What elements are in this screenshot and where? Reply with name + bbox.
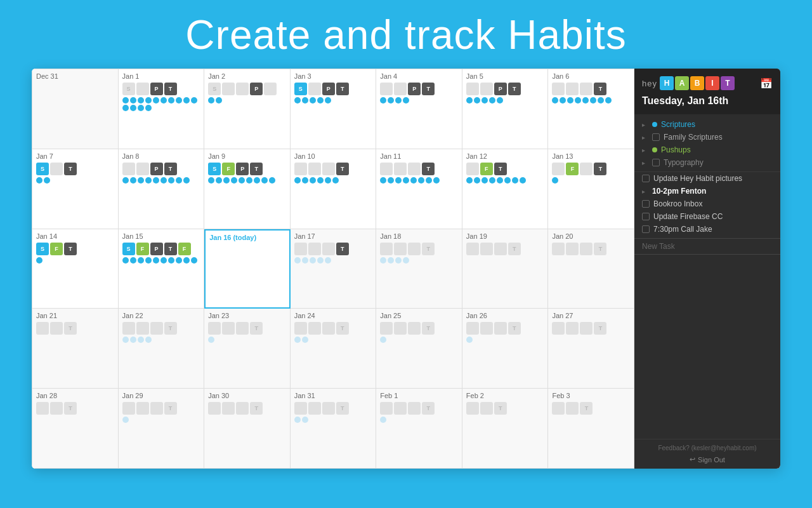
- cal-cell[interactable]: Feb 2T: [462, 389, 549, 469]
- cal-cell[interactable]: Feb 3T: [548, 389, 634, 469]
- cal-cell[interactable]: Feb 1T: [376, 389, 462, 469]
- habit-badge: [122, 402, 135, 415]
- habit-dot: [216, 97, 222, 104]
- habit-dot: [176, 177, 182, 184]
- habit-badge: [466, 83, 479, 95]
- habit-badge: [494, 243, 507, 255]
- task-bookroo[interactable]: Bookroo Inbox: [634, 197, 780, 210]
- sign-out-button[interactable]: ↩ Sign Out: [642, 455, 773, 464]
- calendar-icon[interactable]: 📅: [760, 77, 773, 90]
- cal-cell[interactable]: Jan 13FT: [548, 149, 634, 229]
- cal-date-label: Jan 16 (today): [209, 234, 285, 241]
- habit-dot: [380, 257, 386, 264]
- cal-cell[interactable]: Jan 1SPT: [119, 69, 205, 149]
- feedback-text: Feedback? (kesler@heyhabit.com): [642, 444, 773, 451]
- habit-badge: [136, 402, 149, 415]
- habit-badges: T: [380, 243, 458, 255]
- task-checkbox-2[interactable]: [642, 200, 650, 208]
- cal-cell[interactable]: Jan 21T: [32, 309, 119, 389]
- habit-badges: SP: [208, 83, 286, 95]
- cal-date-label: Jan 29: [122, 392, 200, 399]
- sidebar-header: hey H A B I T 📅 Tuesday, Jan 16th: [634, 69, 780, 114]
- cal-cell[interactable]: Jan 17T: [291, 229, 377, 309]
- habit-badge: [308, 402, 321, 415]
- cal-cell[interactable]: Jan 22T: [119, 309, 205, 389]
- task-fenton[interactable]: ▸ 10-2pm Fenton: [634, 185, 780, 197]
- habit-dot: [325, 97, 331, 104]
- habit-checkbox-family[interactable]: [652, 133, 660, 141]
- habit-dot: [261, 177, 268, 184]
- habit-badge: [566, 322, 579, 335]
- habit-dot: [153, 97, 159, 104]
- cal-cell[interactable]: Jan 20T: [548, 229, 634, 309]
- habit-badge: P: [236, 163, 249, 175]
- cal-cell[interactable]: Jan 9SFPT: [204, 149, 291, 229]
- cal-cell[interactable]: Jan 15SFPTF: [119, 229, 205, 309]
- cal-cell[interactable]: Jan 11T: [376, 149, 462, 229]
- habit-badges: FT: [552, 163, 630, 175]
- habit-badge: T: [164, 83, 177, 95]
- task-checkbox-3[interactable]: [642, 213, 650, 220]
- habit-checkbox-typography[interactable]: [652, 159, 660, 166]
- task-firebase[interactable]: Update Firebase CC: [634, 210, 780, 223]
- task-hey-habit[interactable]: Update Hey Habit pictures: [634, 172, 780, 185]
- habit-dot: [294, 97, 301, 104]
- cal-date-label: Jan 9: [208, 152, 286, 160]
- cal-cell[interactable]: Jan 7ST: [32, 149, 119, 229]
- habit-dots: [380, 257, 458, 264]
- cal-cell[interactable]: Jan 16 (today): [204, 229, 291, 309]
- habit-badges: T: [466, 322, 544, 335]
- habit-scriptures[interactable]: ▸ Scriptures: [634, 118, 780, 131]
- habit-family-scriptures[interactable]: ▸ Family Scriptures: [634, 131, 780, 144]
- habit-dot: [552, 97, 558, 104]
- cal-date-label: Jan 7: [36, 152, 114, 160]
- cal-cell[interactable]: Jan 26T: [462, 309, 549, 389]
- habit-dots: [208, 97, 286, 104]
- cal-cell[interactable]: Jan 27T: [548, 309, 634, 389]
- task-call-jake[interactable]: 7:30pm Call Jake: [634, 223, 780, 236]
- cal-cell[interactable]: Jan 29T: [119, 389, 205, 469]
- cal-date-label: Jan 24: [294, 312, 372, 319]
- cal-cell[interactable]: Dec 31: [32, 69, 119, 149]
- cal-cell[interactable]: Jan 14SFT: [32, 229, 119, 309]
- cal-cell[interactable]: Jan 2SP: [204, 69, 291, 149]
- habit-badge: [552, 243, 565, 255]
- cal-cell[interactable]: Jan 28T: [32, 389, 119, 469]
- cal-cell[interactable]: Jan 30T: [204, 389, 291, 469]
- cal-cell[interactable]: Jan 25T: [376, 309, 462, 389]
- cal-date-label: Jan 15: [122, 232, 200, 240]
- habit-badge: [408, 402, 421, 415]
- cal-cell[interactable]: Jan 24T: [291, 309, 377, 389]
- habit-dots: [122, 257, 200, 264]
- habit-dot: [380, 97, 386, 104]
- cal-cell[interactable]: Jan 12FT: [462, 149, 549, 229]
- cal-cell[interactable]: Jan 31T: [291, 389, 377, 469]
- cal-cell[interactable]: Jan 23T: [204, 309, 291, 389]
- cal-cell[interactable]: Jan 8PT: [119, 149, 205, 229]
- cal-cell[interactable]: Jan 19T: [462, 229, 549, 309]
- cal-cell[interactable]: Jan 6T: [548, 69, 634, 149]
- habit-dot: [160, 257, 167, 264]
- logo-t: T: [721, 76, 735, 90]
- habit-badge: F: [566, 163, 579, 175]
- habit-pushups[interactable]: ▸ Pushups: [634, 144, 780, 156]
- habit-badge: [150, 402, 163, 415]
- cal-cell[interactable]: Jan 3SPT: [291, 69, 377, 149]
- habit-badge: [294, 322, 307, 335]
- cal-cell[interactable]: Jan 5PT: [462, 69, 549, 149]
- habit-dot: [122, 105, 129, 111]
- habit-typography[interactable]: ▸ Typography: [634, 156, 780, 169]
- habit-badge: [380, 402, 393, 415]
- habit-dot: [598, 97, 604, 104]
- task-checkbox-4[interactable]: [642, 225, 650, 233]
- habit-badge: [380, 83, 393, 95]
- cal-date-label: Jan 18: [380, 232, 458, 240]
- cal-cell[interactable]: Jan 4PT: [376, 69, 462, 149]
- habit-badge: [580, 243, 593, 255]
- task-checkbox-1[interactable]: [642, 175, 650, 182]
- habit-dot: [44, 177, 50, 184]
- cal-cell[interactable]: Jan 10T: [291, 149, 377, 229]
- new-task-input[interactable]: [634, 238, 780, 255]
- cal-cell[interactable]: Jan 18T: [376, 229, 462, 309]
- habit-dots: [122, 337, 200, 343]
